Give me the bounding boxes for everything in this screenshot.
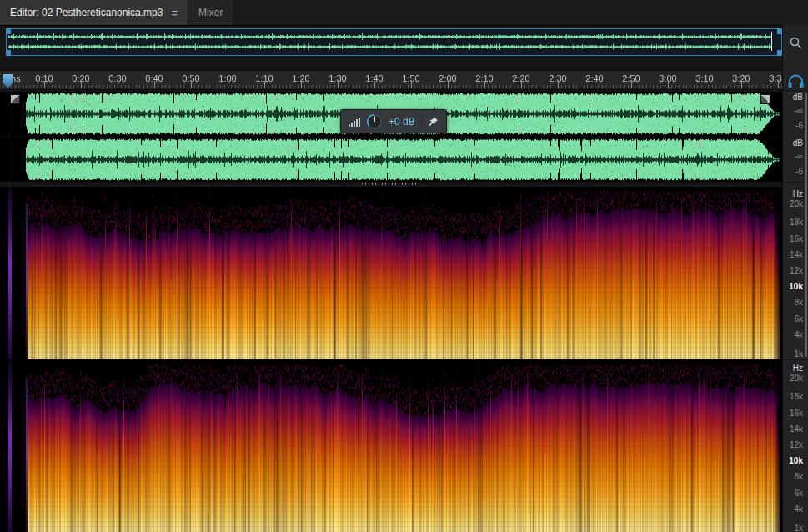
- db-ruler-label: dB: [793, 93, 803, 102]
- hz-ruler-label: 18k: [790, 393, 803, 401]
- hz-ruler-label: 4k: [794, 331, 803, 339]
- time-tick-label: 2:40: [585, 73, 603, 83]
- monitor-headphones-icon[interactable]: [787, 73, 805, 92]
- tab-mixer-label: Mixer: [198, 7, 223, 18]
- db-ruler-label: -6: [795, 122, 803, 130]
- db-ruler-label: -6: [795, 168, 803, 176]
- time-tick-label: 1:00: [218, 73, 236, 83]
- time-tick-label: 1:10: [255, 73, 273, 83]
- db-ruler-label: -∞: [795, 107, 803, 115]
- overview-waveform[interactable]: [7, 29, 780, 53]
- time-tick-label: 0:10: [35, 73, 53, 83]
- time-tick-label: 0:40: [145, 73, 163, 83]
- hz-ruler-label: 8k: [794, 299, 803, 307]
- time-tick-label: 0:30: [108, 73, 126, 83]
- gain-hud[interactable]: +0 dB: [340, 109, 447, 133]
- hz-ruler-bottom: Hz20k18k16k14k12k10k8k6k4k1k: [783, 361, 808, 532]
- spectrogram-edge-band: [8, 187, 12, 359]
- time-tick-label: 2:00: [439, 73, 456, 83]
- hz-ruler-label: Hz: [793, 190, 803, 198]
- right-gutter: dB-∞-6 dB-∞-6 Hz20k18k16k14k12k10k8k6k4k…: [782, 25, 808, 532]
- level-bars-icon: [349, 117, 360, 127]
- hz-ruler-label: 14k: [790, 251, 803, 259]
- zoom-navigate-icon[interactable]: [788, 35, 803, 53]
- playhead-marker[interactable]: [3, 74, 13, 88]
- hz-ruler-label: 20k: [790, 374, 803, 383]
- hz-ruler-label: Hz: [793, 364, 803, 373]
- time-tick-label: 3:10: [695, 73, 713, 83]
- hz-ruler-label: 6k: [794, 489, 803, 498]
- hz-ruler-label: 1k: [794, 350, 803, 359]
- hz-ruler-label: 4k: [794, 505, 803, 514]
- hz-ruler-label: 12k: [790, 441, 803, 449]
- hz-ruler-label: 14k: [790, 425, 803, 434]
- time-tick-label: 1:40: [365, 73, 383, 83]
- waveform-channel-right[interactable]: [0, 138, 782, 182]
- waveform-right-canvas[interactable]: [26, 138, 780, 182]
- overview-handle-left-top[interactable]: [6, 28, 11, 34]
- fade-in-handle[interactable]: [10, 94, 20, 104]
- db-ruler-label: -∞: [795, 153, 803, 161]
- hz-ruler-label: 10k: [789, 457, 803, 465]
- gain-knob-icon[interactable]: [366, 113, 383, 130]
- time-tick-label: 1:20: [292, 73, 309, 83]
- tab-editor[interactable]: Editor: 02 Pesthereticanonica.mp3 ≡: [0, 0, 188, 25]
- splitter-grip-icon: [362, 183, 420, 185]
- hud-separator: [421, 115, 422, 128]
- timeline-ruler[interactable]: hms 0:100:200:300:400:501:001:101:201:30…: [0, 70, 782, 90]
- overview-handle-left-bottom[interactable]: [6, 50, 11, 56]
- panel-tab-bar: Editor: 02 Pesthereticanonica.mp3 ≡ Mixe…: [0, 0, 808, 26]
- tab-editor-label: Editor: 02 Pesthereticanonica.mp3: [10, 7, 163, 18]
- hz-ruler-label: 12k: [790, 267, 803, 275]
- db-ruler-label: dB: [793, 139, 803, 148]
- time-tick-label: 2:20: [512, 73, 529, 83]
- time-tick-label: 3:00: [659, 73, 676, 83]
- time-tick-label: 0:50: [182, 73, 199, 83]
- spectrogram-right-canvas[interactable]: [26, 361, 780, 532]
- waveform-display[interactable]: +0 dB: [0, 92, 782, 182]
- hz-ruler-label: 1k: [794, 524, 803, 532]
- spectrogram-right[interactable]: [0, 361, 782, 532]
- panel-menu-icon[interactable]: ≡: [171, 7, 178, 19]
- overview-navigator[interactable]: [6, 28, 782, 56]
- gutter-separator: [783, 90, 808, 91]
- hz-ruler-label: 20k: [790, 200, 803, 208]
- audition-editor-window: Editor: 02 Pesthereticanonica.mp3 ≡ Mixe…: [0, 0, 808, 532]
- hz-ruler-label: 6k: [794, 315, 803, 324]
- hz-ruler-label: 10k: [789, 283, 803, 291]
- tab-mixer[interactable]: Mixer: [188, 0, 233, 25]
- time-tick-label: 2:30: [549, 73, 566, 83]
- time-tick-label: 2:10: [475, 73, 493, 83]
- spectrogram-left-canvas[interactable]: [26, 187, 780, 359]
- gutter-separator: [783, 359, 808, 360]
- gain-value[interactable]: +0 dB: [389, 116, 415, 128]
- vertical-scrollbar-thumb[interactable]: [805, 93, 807, 357]
- hz-ruler-label: 16k: [790, 235, 803, 243]
- time-tick-label: 1:50: [402, 73, 419, 83]
- time-tick-label: 1:30: [329, 73, 346, 83]
- pin-hud-icon[interactable]: [428, 116, 439, 127]
- time-tick-label: 0:20: [72, 73, 89, 83]
- time-tick-label: 3:20: [732, 73, 750, 83]
- spectrogram-left[interactable]: [0, 187, 782, 359]
- hz-ruler-label: 8k: [794, 473, 803, 481]
- hz-ruler-label: 16k: [790, 409, 803, 418]
- time-tick-label: 2:50: [622, 73, 640, 83]
- hz-ruler-label: 18k: [790, 218, 803, 227]
- fade-out-handle[interactable]: [760, 94, 770, 104]
- spectrogram-edge-band: [8, 361, 12, 532]
